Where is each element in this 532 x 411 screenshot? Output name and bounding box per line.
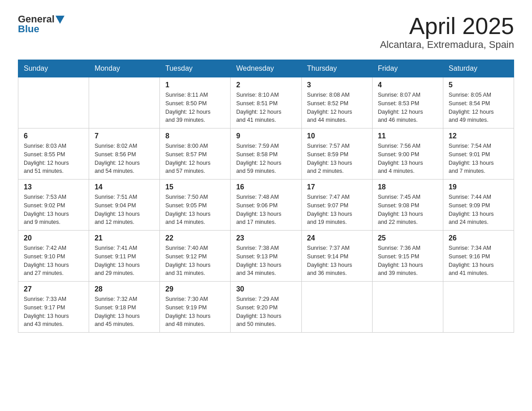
- day-info: Sunrise: 7:36 AMSunset: 9:15 PMDaylight:…: [378, 244, 438, 278]
- day-number: 3: [307, 81, 367, 89]
- day-info: Sunrise: 7:56 AMSunset: 9:00 PMDaylight:…: [378, 142, 438, 176]
- day-number: 1: [165, 81, 225, 89]
- day-cell-30: 30Sunrise: 7:29 AMSunset: 9:20 PMDayligh…: [231, 282, 301, 333]
- empty-cell: [372, 282, 443, 333]
- day-number: 19: [449, 183, 508, 191]
- day-cell-20: 20Sunrise: 7:42 AMSunset: 9:10 PMDayligh…: [18, 231, 89, 282]
- day-number: 23: [236, 234, 296, 242]
- weekday-header-saturday: Saturday: [443, 60, 514, 77]
- weekday-header-sunday: Sunday: [18, 60, 89, 77]
- week-row-1: 1Sunrise: 8:11 AMSunset: 8:50 PMDaylight…: [18, 77, 514, 128]
- day-number: 22: [165, 234, 225, 242]
- logo: General Blue: [18, 13, 64, 35]
- day-info: Sunrise: 7:38 AMSunset: 9:13 PMDaylight:…: [236, 244, 296, 278]
- day-cell-18: 18Sunrise: 7:45 AMSunset: 9:08 PMDayligh…: [372, 180, 443, 231]
- day-cell-4: 4Sunrise: 8:07 AMSunset: 8:53 PMDaylight…: [372, 77, 443, 128]
- week-row-3: 13Sunrise: 7:53 AMSunset: 9:02 PMDayligh…: [18, 180, 514, 231]
- day-info: Sunrise: 8:03 AMSunset: 8:55 PMDaylight:…: [24, 142, 83, 176]
- day-info: Sunrise: 8:02 AMSunset: 8:56 PMDaylight:…: [94, 142, 154, 176]
- day-info: Sunrise: 7:48 AMSunset: 9:06 PMDaylight:…: [236, 193, 296, 227]
- day-info: Sunrise: 7:34 AMSunset: 9:16 PMDaylight:…: [449, 244, 508, 278]
- day-number: 25: [378, 234, 438, 242]
- day-number: 27: [24, 285, 83, 293]
- day-info: Sunrise: 8:10 AMSunset: 8:51 PMDaylight:…: [236, 91, 296, 124]
- day-number: 28: [94, 285, 154, 293]
- day-info: Sunrise: 7:29 AMSunset: 9:20 PMDaylight:…: [236, 295, 296, 329]
- day-info: Sunrise: 8:00 AMSunset: 8:57 PMDaylight:…: [165, 142, 225, 176]
- day-info: Sunrise: 8:11 AMSunset: 8:50 PMDaylight:…: [165, 91, 225, 124]
- weekday-header-monday: Monday: [89, 60, 160, 77]
- day-number: 21: [94, 234, 154, 242]
- day-info: Sunrise: 7:30 AMSunset: 9:19 PMDaylight:…: [165, 295, 225, 329]
- day-info: Sunrise: 8:08 AMSunset: 8:52 PMDaylight:…: [307, 91, 367, 124]
- day-number: 10: [307, 132, 367, 140]
- day-cell-28: 28Sunrise: 7:32 AMSunset: 9:18 PMDayligh…: [89, 282, 160, 333]
- day-cell-22: 22Sunrise: 7:40 AMSunset: 9:12 PMDayligh…: [160, 231, 231, 282]
- day-number: 14: [94, 183, 154, 191]
- day-cell-13: 13Sunrise: 7:53 AMSunset: 9:02 PMDayligh…: [18, 180, 89, 231]
- day-cell-7: 7Sunrise: 8:02 AMSunset: 8:56 PMDaylight…: [89, 128, 160, 180]
- empty-cell: [18, 77, 89, 128]
- week-row-5: 27Sunrise: 7:33 AMSunset: 9:17 PMDayligh…: [18, 282, 514, 333]
- day-number: 29: [165, 285, 225, 293]
- calendar-subtitle: Alcantara, Extremadura, Spain: [380, 39, 514, 51]
- week-row-4: 20Sunrise: 7:42 AMSunset: 9:10 PMDayligh…: [18, 231, 514, 282]
- empty-cell: [301, 282, 372, 333]
- title-area: April 2025 Alcantara, Extremadura, Spain: [380, 13, 514, 51]
- calendar-table: SundayMondayTuesdayWednesdayThursdayFrid…: [18, 60, 514, 333]
- week-row-2: 6Sunrise: 8:03 AMSunset: 8:55 PMDaylight…: [18, 128, 514, 180]
- day-cell-19: 19Sunrise: 7:44 AMSunset: 9:09 PMDayligh…: [443, 180, 514, 231]
- day-cell-21: 21Sunrise: 7:41 AMSunset: 9:11 PMDayligh…: [89, 231, 160, 282]
- logo-blue-text: Blue: [18, 23, 64, 35]
- day-info: Sunrise: 7:41 AMSunset: 9:11 PMDaylight:…: [94, 244, 154, 278]
- day-cell-11: 11Sunrise: 7:56 AMSunset: 9:00 PMDayligh…: [372, 128, 443, 180]
- day-cell-12: 12Sunrise: 7:54 AMSunset: 9:01 PMDayligh…: [443, 128, 514, 180]
- day-cell-3: 3Sunrise: 8:08 AMSunset: 8:52 PMDaylight…: [301, 77, 372, 128]
- weekday-header-tuesday: Tuesday: [160, 60, 231, 77]
- calendar-header-row: SundayMondayTuesdayWednesdayThursdayFrid…: [18, 60, 514, 77]
- day-info: Sunrise: 7:33 AMSunset: 9:17 PMDaylight:…: [24, 295, 83, 329]
- empty-cell: [89, 77, 160, 128]
- day-cell-17: 17Sunrise: 7:47 AMSunset: 9:07 PMDayligh…: [301, 180, 372, 231]
- day-cell-2: 2Sunrise: 8:10 AMSunset: 8:51 PMDaylight…: [231, 77, 301, 128]
- day-number: 13: [24, 183, 83, 191]
- day-cell-27: 27Sunrise: 7:33 AMSunset: 9:17 PMDayligh…: [18, 282, 89, 333]
- day-cell-29: 29Sunrise: 7:30 AMSunset: 9:19 PMDayligh…: [160, 282, 231, 333]
- day-cell-6: 6Sunrise: 8:03 AMSunset: 8:55 PMDaylight…: [18, 128, 89, 180]
- day-number: 20: [24, 234, 83, 242]
- day-cell-8: 8Sunrise: 8:00 AMSunset: 8:57 PMDaylight…: [160, 128, 231, 180]
- day-number: 5: [449, 81, 508, 89]
- logo-triangle-icon: [56, 16, 64, 24]
- day-info: Sunrise: 7:40 AMSunset: 9:12 PMDaylight:…: [165, 244, 225, 278]
- day-cell-15: 15Sunrise: 7:50 AMSunset: 9:05 PMDayligh…: [160, 180, 231, 231]
- day-info: Sunrise: 7:32 AMSunset: 9:18 PMDaylight:…: [94, 295, 154, 329]
- day-cell-23: 23Sunrise: 7:38 AMSunset: 9:13 PMDayligh…: [231, 231, 301, 282]
- day-info: Sunrise: 7:50 AMSunset: 9:05 PMDaylight:…: [165, 193, 225, 227]
- day-number: 24: [307, 234, 367, 242]
- day-info: Sunrise: 8:05 AMSunset: 8:54 PMDaylight:…: [449, 91, 508, 124]
- day-cell-14: 14Sunrise: 7:51 AMSunset: 9:04 PMDayligh…: [89, 180, 160, 231]
- day-info: Sunrise: 7:51 AMSunset: 9:04 PMDaylight:…: [94, 193, 154, 227]
- day-number: 11: [378, 132, 438, 140]
- day-number: 9: [236, 132, 296, 140]
- day-cell-24: 24Sunrise: 7:37 AMSunset: 9:14 PMDayligh…: [301, 231, 372, 282]
- day-number: 15: [165, 183, 225, 191]
- day-info: Sunrise: 8:07 AMSunset: 8:53 PMDaylight:…: [378, 91, 438, 124]
- day-cell-26: 26Sunrise: 7:34 AMSunset: 9:16 PMDayligh…: [443, 231, 514, 282]
- day-cell-10: 10Sunrise: 7:57 AMSunset: 8:59 PMDayligh…: [301, 128, 372, 180]
- day-info: Sunrise: 7:54 AMSunset: 9:01 PMDaylight:…: [449, 142, 508, 176]
- day-info: Sunrise: 7:57 AMSunset: 8:59 PMDaylight:…: [307, 142, 367, 176]
- page-header: General Blue April 2025 Alcantara, Extre…: [18, 13, 514, 51]
- day-cell-9: 9Sunrise: 7:59 AMSunset: 8:58 PMDaylight…: [231, 128, 301, 180]
- day-info: Sunrise: 7:47 AMSunset: 9:07 PMDaylight:…: [307, 193, 367, 227]
- day-number: 2: [236, 81, 296, 89]
- weekday-header-thursday: Thursday: [301, 60, 372, 77]
- day-cell-5: 5Sunrise: 8:05 AMSunset: 8:54 PMDaylight…: [443, 77, 514, 128]
- day-info: Sunrise: 7:44 AMSunset: 9:09 PMDaylight:…: [449, 193, 508, 227]
- day-info: Sunrise: 7:45 AMSunset: 9:08 PMDaylight:…: [378, 193, 438, 227]
- day-info: Sunrise: 7:53 AMSunset: 9:02 PMDaylight:…: [24, 193, 83, 227]
- day-number: 30: [236, 285, 296, 293]
- calendar-title: April 2025: [380, 13, 514, 39]
- day-number: 12: [449, 132, 508, 140]
- day-number: 4: [378, 81, 438, 89]
